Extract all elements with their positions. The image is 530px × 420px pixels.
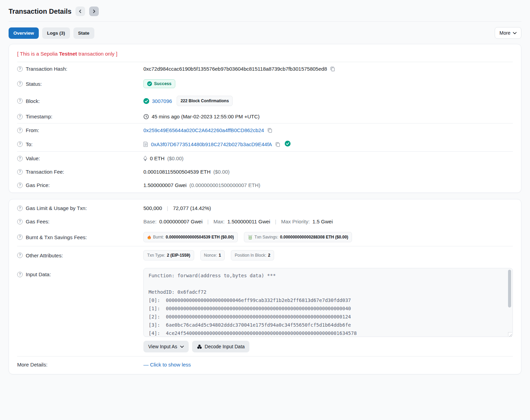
fire-icon: [147, 235, 151, 240]
help-icon[interactable]: ?: [17, 169, 23, 175]
scrollbar-thumb[interactable]: [508, 270, 511, 307]
copy-icon: [330, 66, 335, 72]
max-fee-value: 1.500000011 Gwei: [227, 219, 270, 224]
tab-logs[interactable]: Logs (3): [42, 27, 70, 39]
help-icon[interactable]: ?: [17, 114, 23, 119]
more-button-label: More: [499, 30, 510, 36]
status-badge: Success: [143, 79, 175, 88]
more-dropdown-button[interactable]: More: [495, 27, 521, 39]
block-number-link[interactable]: 3007096: [152, 98, 172, 104]
burnt-savings-row: ? Burnt & Txn Savings Fees: Burnt: 0.000…: [17, 228, 513, 246]
chevron-right-icon: [92, 9, 96, 13]
burnt-fee-badge: Burnt: 0.000000000000504539 ETH ($0.00): [143, 232, 238, 242]
resize-handle-icon[interactable]: [508, 332, 512, 336]
check-circle-icon: [147, 81, 152, 86]
help-icon[interactable]: ?: [17, 141, 23, 147]
value-usd: ($0.00): [167, 155, 184, 161]
to-address-link[interactable]: 0xA3f07D6773514480b918C2742b027b3acD9E44…: [151, 141, 272, 147]
help-icon[interactable]: ?: [17, 66, 23, 72]
burnt-fee-label: Burnt:: [153, 235, 164, 240]
copy-to-address-button[interactable]: [275, 141, 281, 147]
status-label: Status:: [26, 81, 42, 87]
separator: |: [205, 219, 211, 224]
testnet-warning: [ This is a Sepolia Testnet transaction …: [17, 45, 513, 62]
nonce-badge: Nonce: 1: [200, 250, 225, 260]
help-icon[interactable]: ?: [17, 206, 23, 211]
tab-overview[interactable]: Overview: [9, 27, 39, 39]
previous-transaction-button[interactable]: [75, 7, 85, 16]
txn-savings-label: Txn Savings:: [255, 235, 278, 240]
gas-limit-label: Gas Limit & Usage by Txn:: [26, 205, 87, 211]
txn-savings-badge: Txn Savings: 0.000000000000288308 ETH ($…: [244, 232, 352, 242]
help-icon[interactable]: ?: [17, 234, 23, 240]
value-row: ? Value: 0 ETH ($0.00): [17, 152, 513, 165]
timestamp-value: 45 mins ago (Mar-02-2023 12:55:00 PM +UT…: [152, 114, 260, 119]
gas-fees-row: ? Gas Fees: Base: 0.000000007 Gwei | Max…: [17, 215, 513, 228]
gas-fees-label: Gas Fees:: [26, 219, 49, 224]
timestamp-label: Timestamp:: [26, 114, 52, 119]
other-attributes-label: Other Attributes:: [26, 253, 63, 258]
txn-type-badge: Txn Type: 2 (EIP-1559): [143, 250, 194, 260]
nonce-label: Nonce:: [204, 253, 217, 258]
max-priority-fee-value: 1.5 Gwei: [313, 219, 333, 224]
details-card: ? Gas Limit & Usage by Txn: 500,000 | 72…: [9, 199, 521, 374]
help-icon[interactable]: ?: [17, 128, 23, 133]
copy-from-address-button[interactable]: [267, 127, 273, 133]
help-icon[interactable]: ?: [17, 156, 23, 161]
eth-diamond-icon: [143, 156, 147, 161]
view-input-as-button[interactable]: View Input As: [143, 341, 189, 352]
status-row: ? Status: Success: [17, 75, 513, 92]
click-to-show-less-link[interactable]: — Click to show less: [143, 362, 191, 368]
verified-contract-check-icon: [285, 141, 291, 148]
testnet-warning-bold: Testnet: [59, 51, 77, 57]
transaction-fee-label: Transaction Fee:: [26, 169, 64, 175]
position-in-block-value: 2: [268, 253, 270, 258]
gas-limit-value: 500,000: [143, 205, 162, 211]
transaction-fee-usd: ($0.00): [213, 169, 230, 175]
other-attributes-row: ? Other Attributes: Txn Type: 2 (EIP-155…: [17, 246, 513, 264]
separator: |: [165, 205, 170, 211]
testnet-warning-suffix: transaction only ]: [77, 51, 118, 57]
help-icon[interactable]: ?: [17, 98, 23, 104]
clock-icon: [143, 114, 149, 119]
help-icon[interactable]: ?: [17, 183, 23, 188]
burnt-fee-value: 0.000000000000504539 ETH ($0.00): [166, 235, 234, 240]
help-icon[interactable]: ?: [17, 81, 23, 86]
next-transaction-button[interactable]: [89, 7, 99, 16]
gas-used-value: 72,077 (14.42%): [173, 205, 211, 211]
gas-price-row: ? Gas Price: 1.500000007 Gwei (0.0000000…: [17, 178, 513, 192]
value-label: Value:: [26, 155, 40, 161]
input-data-textarea[interactable]: Function: forward(address to,bytes data)…: [143, 268, 513, 337]
tab-state[interactable]: State: [73, 27, 94, 39]
status-badge-label: Success: [154, 81, 172, 86]
block-confirmations-badge: 222 Block Confirmations: [177, 96, 233, 106]
position-in-block-badge: Position In Block: 2: [231, 250, 274, 260]
tab-bar: Overview Logs (3) State More: [9, 22, 521, 44]
contract-file-icon: [143, 141, 148, 147]
position-in-block-label: Position In Block:: [235, 253, 266, 258]
timestamp-row: ? Timestamp: 45 mins ago (Mar-02-2023 12…: [17, 110, 513, 123]
chevron-left-icon: [78, 9, 82, 13]
gas-price-eth: (0.000000001500000007 ETH): [189, 182, 260, 188]
decode-icon: [197, 344, 202, 349]
copy-transaction-hash-button[interactable]: [330, 66, 335, 72]
testnet-warning-prefix: [ This is a Sepolia: [17, 51, 59, 57]
transaction-hash-value: 0xc72d984ccac6190b5f135576eb97b03604bc81…: [143, 66, 327, 72]
help-icon[interactable]: ?: [17, 253, 23, 258]
help-icon[interactable]: ?: [17, 272, 23, 277]
overview-card: [ This is a Sepolia Testnet transaction …: [9, 44, 521, 193]
help-icon[interactable]: ?: [17, 219, 23, 224]
page-header: Transaction Details: [9, 0, 521, 21]
nonce-value: 1: [219, 253, 221, 258]
block-label: Block:: [26, 98, 40, 104]
gas-price-amount: 1.500000007 Gwei: [143, 182, 187, 188]
more-details-row: More Details: — Click to show less: [17, 357, 513, 373]
base-fee-label: Base:: [143, 219, 156, 224]
more-details-label: More Details:: [17, 362, 47, 368]
to-label: To:: [26, 141, 33, 147]
value-amount: 0 ETH: [150, 155, 165, 161]
separator: |: [273, 219, 279, 224]
decode-input-data-button[interactable]: Decode Input Data: [192, 341, 250, 352]
from-address-link[interactable]: 0x259c49E65644a020C2A642260a4ffB0CD862cb…: [143, 127, 264, 133]
transaction-hash-row: ? Transaction Hash: 0xc72d984ccac6190b5f…: [17, 62, 513, 75]
